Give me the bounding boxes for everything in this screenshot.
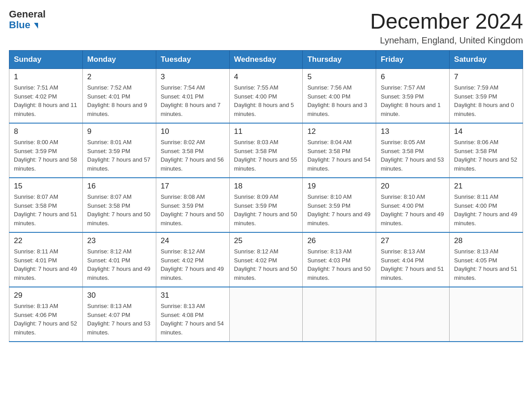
calendar-week-row: 1Sunrise: 7:51 AMSunset: 4:02 PMDaylight… (9, 69, 523, 124)
calendar-cell: 10Sunrise: 8:02 AMSunset: 3:58 PMDayligh… (156, 123, 229, 178)
day-number: 17 (161, 182, 225, 191)
calendar-cell (450, 287, 523, 342)
calendar-body: 1Sunrise: 7:51 AMSunset: 4:02 PMDaylight… (9, 69, 523, 342)
day-info: Sunrise: 8:13 AMSunset: 4:08 PMDaylight:… (161, 302, 225, 337)
day-info: Sunrise: 8:03 AMSunset: 3:58 PMDaylight:… (234, 138, 298, 173)
calendar-cell: 7Sunrise: 7:59 AMSunset: 3:59 PMDaylight… (450, 69, 523, 124)
calendar-cell: 20Sunrise: 8:10 AMSunset: 4:00 PMDayligh… (376, 178, 450, 232)
calendar-cell: 14Sunrise: 8:06 AMSunset: 3:58 PMDayligh… (450, 123, 523, 178)
calendar-cell: 28Sunrise: 8:13 AMSunset: 4:05 PMDayligh… (450, 232, 523, 287)
day-info: Sunrise: 8:08 AMSunset: 3:59 PMDaylight:… (161, 193, 225, 227)
day-number: 22 (14, 236, 78, 245)
day-info: Sunrise: 8:12 AMSunset: 4:02 PMDaylight:… (234, 247, 298, 282)
calendar-cell: 26Sunrise: 8:13 AMSunset: 4:03 PMDayligh… (303, 232, 376, 287)
day-info: Sunrise: 8:10 AMSunset: 4:00 PMDaylight:… (381, 193, 445, 227)
header-monday: Monday (82, 51, 156, 69)
day-info: Sunrise: 7:55 AMSunset: 4:00 PMDaylight:… (234, 83, 298, 118)
day-number: 10 (161, 127, 225, 136)
day-info: Sunrise: 7:56 AMSunset: 4:00 PMDaylight:… (307, 83, 371, 118)
header-thursday: Thursday (303, 51, 376, 69)
day-info: Sunrise: 7:51 AMSunset: 4:02 PMDaylight:… (14, 83, 78, 118)
day-number: 24 (161, 236, 225, 245)
calendar-cell: 21Sunrise: 8:11 AMSunset: 4:00 PMDayligh… (450, 178, 523, 232)
calendar-cell: 24Sunrise: 8:12 AMSunset: 4:02 PMDayligh… (156, 232, 229, 287)
day-info: Sunrise: 8:04 AMSunset: 3:58 PMDaylight:… (307, 138, 371, 173)
calendar-week-row: 22Sunrise: 8:11 AMSunset: 4:01 PMDayligh… (9, 232, 523, 287)
calendar-cell: 11Sunrise: 8:03 AMSunset: 3:58 PMDayligh… (229, 123, 303, 178)
day-number: 20 (381, 182, 445, 191)
calendar-cell: 15Sunrise: 8:07 AMSunset: 3:58 PMDayligh… (9, 178, 83, 232)
day-number: 28 (454, 236, 518, 245)
day-info: Sunrise: 8:13 AMSunset: 4:07 PMDaylight:… (87, 302, 151, 337)
day-number: 2 (87, 73, 151, 81)
calendar-cell: 17Sunrise: 8:08 AMSunset: 3:59 PMDayligh… (156, 178, 229, 232)
calendar-cell: 9Sunrise: 8:01 AMSunset: 3:59 PMDaylight… (82, 123, 156, 178)
calendar-cell: 29Sunrise: 8:13 AMSunset: 4:06 PMDayligh… (9, 287, 83, 342)
calendar-cell: 27Sunrise: 8:13 AMSunset: 4:04 PMDayligh… (376, 232, 450, 287)
header-tuesday: Tuesday (156, 51, 229, 69)
day-info: Sunrise: 8:07 AMSunset: 3:58 PMDaylight:… (14, 193, 78, 227)
calendar-cell: 5Sunrise: 7:56 AMSunset: 4:00 PMDaylight… (303, 69, 376, 124)
calendar-cell: 19Sunrise: 8:10 AMSunset: 3:59 PMDayligh… (303, 178, 376, 232)
day-number: 18 (234, 182, 298, 191)
calendar-cell: 18Sunrise: 8:09 AMSunset: 3:59 PMDayligh… (229, 178, 303, 232)
day-info: Sunrise: 8:13 AMSunset: 4:04 PMDaylight:… (381, 247, 445, 282)
day-number: 12 (307, 127, 371, 136)
calendar-cell (229, 287, 303, 342)
location-subtitle: Lyneham, England, United Kingdom (370, 35, 523, 46)
day-number: 5 (307, 73, 371, 81)
calendar-cell: 1Sunrise: 7:51 AMSunset: 4:02 PMDaylight… (9, 69, 83, 124)
day-info: Sunrise: 8:00 AMSunset: 3:59 PMDaylight:… (14, 138, 78, 173)
calendar-week-row: 15Sunrise: 8:07 AMSunset: 3:58 PMDayligh… (9, 178, 523, 232)
day-number: 11 (234, 127, 298, 136)
day-info: Sunrise: 8:02 AMSunset: 3:58 PMDaylight:… (161, 138, 225, 173)
day-info: Sunrise: 7:54 AMSunset: 4:01 PMDaylight:… (161, 83, 225, 118)
calendar-cell: 16Sunrise: 8:07 AMSunset: 3:58 PMDayligh… (82, 178, 156, 232)
day-number: 27 (381, 236, 445, 245)
day-number: 9 (87, 127, 151, 136)
day-number: 21 (454, 182, 518, 191)
calendar-cell (303, 287, 376, 342)
header-saturday: Saturday (450, 51, 523, 69)
day-number: 1 (14, 73, 78, 81)
day-info: Sunrise: 8:13 AMSunset: 4:05 PMDaylight:… (454, 247, 518, 282)
calendar-cell: 8Sunrise: 8:00 AMSunset: 3:59 PMDaylight… (9, 123, 83, 178)
day-number: 3 (161, 73, 225, 81)
day-number: 8 (14, 127, 78, 136)
day-info: Sunrise: 8:07 AMSunset: 3:58 PMDaylight:… (87, 193, 151, 227)
day-number: 6 (381, 73, 445, 81)
calendar-table: Sunday Monday Tuesday Wednesday Thursday… (9, 50, 523, 342)
header-friday: Friday (376, 51, 450, 69)
day-number: 19 (307, 182, 371, 191)
day-number: 4 (234, 73, 298, 81)
day-number: 23 (87, 236, 151, 245)
day-number: 26 (307, 236, 371, 245)
day-number: 31 (161, 291, 225, 300)
calendar-cell: 30Sunrise: 8:13 AMSunset: 4:07 PMDayligh… (82, 287, 156, 342)
day-number: 7 (454, 73, 518, 81)
logo-arrow-icon (34, 23, 38, 29)
day-info: Sunrise: 7:57 AMSunset: 3:59 PMDaylight:… (381, 83, 445, 118)
day-info: Sunrise: 8:13 AMSunset: 4:03 PMDaylight:… (307, 247, 371, 282)
page-header: General Blue December 2024 Lyneham, Engl… (9, 9, 523, 46)
calendar-cell: 6Sunrise: 7:57 AMSunset: 3:59 PMDaylight… (376, 69, 450, 124)
calendar-cell: 3Sunrise: 7:54 AMSunset: 4:01 PMDaylight… (156, 69, 229, 124)
day-info: Sunrise: 7:59 AMSunset: 3:59 PMDaylight:… (454, 83, 518, 118)
day-number: 14 (454, 127, 518, 136)
day-number: 13 (381, 127, 445, 136)
logo: General Blue (9, 9, 46, 30)
days-of-week-row: Sunday Monday Tuesday Wednesday Thursday… (9, 51, 523, 69)
logo-general-text: General (9, 9, 46, 20)
calendar-cell: 22Sunrise: 8:11 AMSunset: 4:01 PMDayligh… (9, 232, 83, 287)
day-info: Sunrise: 8:10 AMSunset: 3:59 PMDaylight:… (307, 193, 371, 227)
day-info: Sunrise: 8:05 AMSunset: 3:58 PMDaylight:… (381, 138, 445, 173)
header-wednesday: Wednesday (229, 51, 303, 69)
day-number: 30 (87, 291, 151, 300)
day-info: Sunrise: 8:12 AMSunset: 4:02 PMDaylight:… (161, 247, 225, 282)
calendar-cell (376, 287, 450, 342)
title-block: December 2024 Lyneham, England, United K… (370, 9, 523, 46)
calendar-week-row: 29Sunrise: 8:13 AMSunset: 4:06 PMDayligh… (9, 287, 523, 342)
calendar-header: Sunday Monday Tuesday Wednesday Thursday… (9, 51, 523, 69)
day-info: Sunrise: 8:11 AMSunset: 4:01 PMDaylight:… (14, 247, 78, 282)
calendar-cell: 13Sunrise: 8:05 AMSunset: 3:58 PMDayligh… (376, 123, 450, 178)
